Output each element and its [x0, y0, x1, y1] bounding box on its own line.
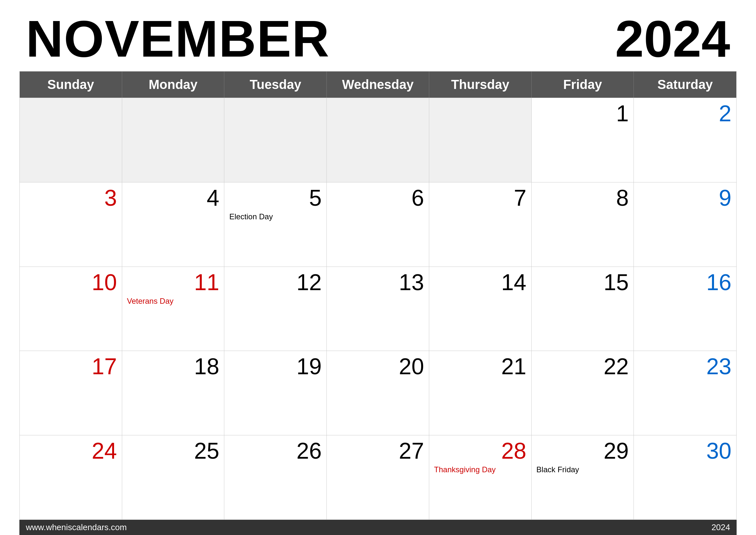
day-number: 17 [25, 354, 117, 379]
day-number: 16 [639, 270, 731, 295]
day-number: 7 [434, 186, 526, 211]
footer-website: www.wheniscalendars.com [26, 522, 127, 532]
day-cell: 5Election Day [224, 183, 327, 267]
day-cell: 8 [532, 183, 634, 267]
day-cell: 11Veterans Day [122, 267, 225, 351]
day-number: 18 [127, 354, 220, 379]
day-number: 27 [332, 438, 424, 464]
day-number: 20 [332, 354, 424, 379]
day-cell: 2 [634, 98, 736, 182]
day-number: 25 [127, 438, 220, 464]
day-cell: 19 [224, 351, 327, 435]
day-cell: 18 [122, 351, 225, 435]
day-cell: 10 [20, 267, 122, 351]
day-number: 26 [229, 438, 322, 464]
day-header-tuesday: Tuesday [224, 71, 327, 98]
weeks-container: 12345Election Day67891011Veterans Day121… [20, 98, 736, 520]
day-number: 1 [536, 101, 629, 126]
day-header-monday: Monday [122, 71, 225, 98]
week-row-5: 2425262728Thanksgiving Day29Black Friday… [20, 435, 736, 520]
day-number: 19 [229, 354, 322, 379]
day-header-thursday: Thursday [429, 71, 532, 98]
day-cell [122, 98, 225, 182]
day-cell [224, 98, 327, 182]
week-row-2: 345Election Day6789 [20, 182, 736, 267]
holiday-label: Thanksgiving Day [434, 465, 526, 474]
day-cell [20, 98, 122, 182]
day-number: 2 [639, 101, 731, 126]
footer-year: 2024 [712, 522, 730, 532]
day-number: 10 [25, 270, 117, 295]
day-cell: 21 [429, 351, 532, 435]
day-cell: 25 [122, 436, 225, 520]
day-number: 22 [536, 354, 629, 379]
holiday-label: Black Friday [536, 465, 629, 474]
day-cell: 1 [532, 98, 634, 182]
day-number: 11 [127, 270, 220, 295]
day-number: 3 [25, 186, 117, 211]
day-number: 8 [536, 186, 629, 211]
day-headers-row: SundayMondayTuesdayWednesdayThursdayFrid… [20, 71, 736, 98]
day-number: 13 [332, 270, 424, 295]
month-title: NOVEMBER [26, 13, 330, 65]
day-cell: 29Black Friday [532, 436, 634, 520]
week-row-4: 17181920212223 [20, 351, 736, 435]
day-header-sunday: Sunday [20, 71, 122, 98]
day-number: 24 [25, 438, 117, 464]
calendar-grid: SundayMondayTuesdayWednesdayThursdayFrid… [19, 71, 737, 520]
day-number: 6 [332, 186, 424, 211]
day-number: 28 [434, 438, 526, 464]
day-cell: 20 [327, 351, 429, 435]
day-number: 23 [639, 354, 731, 379]
day-cell: 27 [327, 436, 429, 520]
day-cell: 23 [634, 351, 736, 435]
day-number: 29 [536, 438, 629, 464]
day-cell: 22 [532, 351, 634, 435]
day-number: 4 [127, 186, 220, 211]
day-cell: 13 [327, 267, 429, 351]
week-row-3: 1011Veterans Day1213141516 [20, 267, 736, 351]
day-number: 15 [536, 270, 629, 295]
day-cell: 16 [634, 267, 736, 351]
day-cell: 7 [429, 183, 532, 267]
year-title: 2024 [615, 13, 730, 65]
day-number: 30 [639, 438, 731, 464]
holiday-label: Veterans Day [127, 296, 220, 306]
day-cell: 30 [634, 436, 736, 520]
day-cell [327, 98, 429, 182]
calendar-header: NOVEMBER 2024 [19, 0, 737, 71]
day-header-wednesday: Wednesday [327, 71, 429, 98]
day-cell: 6 [327, 183, 429, 267]
day-number: 5 [229, 186, 322, 211]
day-cell: 24 [20, 436, 122, 520]
week-row-1: 12 [20, 98, 736, 182]
day-cell: 4 [122, 183, 225, 267]
day-cell: 17 [20, 351, 122, 435]
day-header-saturday: Saturday [634, 71, 736, 98]
day-number: 14 [434, 270, 526, 295]
day-cell: 9 [634, 183, 736, 267]
day-number: 21 [434, 354, 526, 379]
day-header-friday: Friday [532, 71, 634, 98]
day-cell: 12 [224, 267, 327, 351]
calendar-footer: www.wheniscalendars.com 2024 [19, 520, 737, 535]
day-cell: 28Thanksgiving Day [429, 436, 532, 520]
day-number: 12 [229, 270, 322, 295]
holiday-label: Election Day [229, 212, 322, 221]
day-cell: 3 [20, 183, 122, 267]
day-cell: 26 [224, 436, 327, 520]
day-cell: 15 [532, 267, 634, 351]
day-number: 9 [639, 186, 731, 211]
day-cell [429, 98, 532, 182]
calendar-container: NOVEMBER 2024 SundayMondayTuesdayWednesd… [0, 0, 756, 535]
day-cell: 14 [429, 267, 532, 351]
